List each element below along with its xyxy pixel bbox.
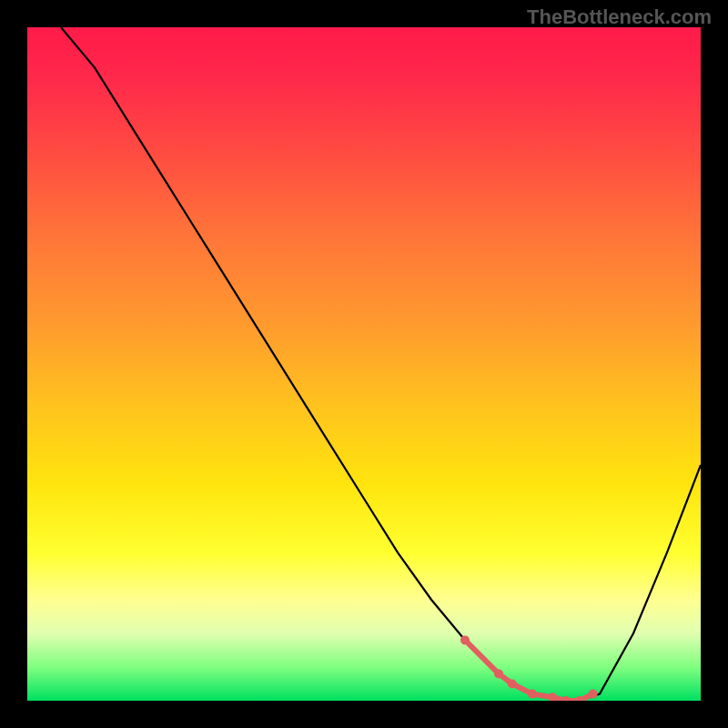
- optimal-marker: [589, 690, 598, 699]
- optimal-marker: [508, 680, 517, 689]
- optimal-marker: [460, 635, 470, 644]
- chart-plot-area: [27, 27, 701, 701]
- optimal-marker: [494, 669, 503, 678]
- optimal-marker: [528, 690, 537, 699]
- chart-svg: [27, 27, 701, 701]
- attribution-text: TheBottleneck.com: [527, 5, 712, 29]
- optimal-zone-markers: [460, 635, 598, 701]
- optimal-marker: [548, 693, 557, 701]
- bottleneck-curve: [61, 27, 701, 701]
- optimal-marker: [561, 696, 571, 701]
